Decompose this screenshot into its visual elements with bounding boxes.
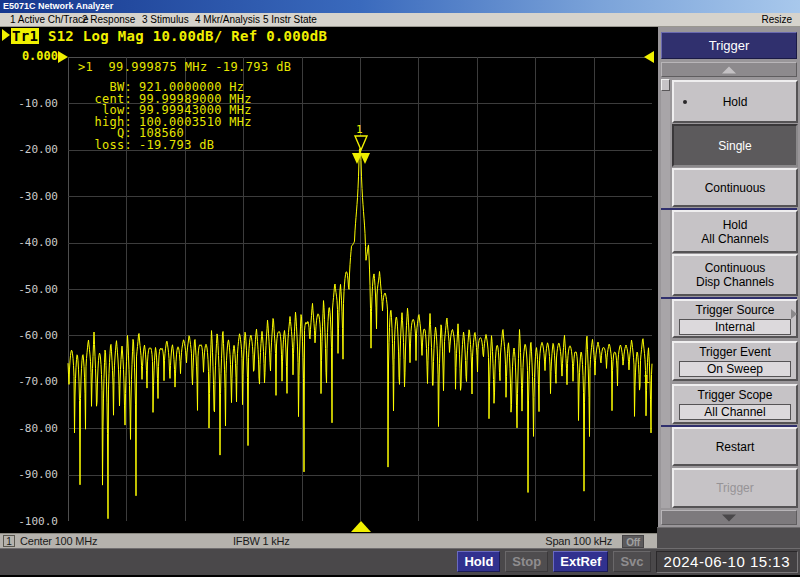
softkey-label: Single [674, 139, 796, 153]
softkey-scroll-down[interactable] [661, 510, 797, 525]
softkey-value: On Sweep [679, 361, 791, 377]
softkey-trigger-scope[interactable]: Trigger ScopeAll Channel [672, 384, 798, 424]
softkey-label: Continuous [674, 181, 796, 195]
softkey-menu-title: Trigger [661, 32, 797, 59]
span-label: Span 100 kHz [545, 535, 612, 548]
bw-row-value: -19.793 dB [139, 140, 214, 152]
bw-readout-row: loss:-19.793 dB [72, 140, 252, 152]
bw-row-label: loss: [72, 140, 132, 152]
indicator-stop: Stop [505, 551, 548, 572]
submenu-arrow-icon [791, 309, 797, 319]
softkey-scrollbar-thumb[interactable] [661, 79, 670, 91]
sweep-position-marker-icon[interactable] [351, 521, 371, 532]
softkey-label: Continuous [674, 261, 796, 275]
softkey-label: Restart [674, 440, 796, 454]
softkey-group-separator [661, 297, 797, 299]
indicator-hold: Hold [457, 551, 500, 572]
ifbw-label: IFBW 1 kHz [233, 535, 290, 548]
menu-item-3-stimulus[interactable]: 3 Stimulus [140, 14, 191, 26]
scroll-up-icon [722, 66, 736, 73]
softkey-sidebar: Trigger HoldSingleContinuousHoldAll Chan… [658, 27, 800, 548]
channel-status-bar: 1 Center 100 MHz IFBW 1 kHz Span 100 kHz… [0, 533, 657, 548]
off-badge: Off [622, 535, 644, 548]
menu-bar: Resize 1 Active Ch/Trace2 Response3 Stim… [0, 13, 800, 27]
radio-selected-icon [683, 100, 687, 104]
softkey-group-separator [661, 208, 797, 210]
softkey-restart[interactable]: Restart [672, 427, 798, 466]
softkey-label: Disp Channels [674, 275, 796, 289]
datetime-display: 2024-06-10 15:13 [656, 551, 798, 573]
s12-trace [68, 149, 652, 519]
softkey-hold-all-channels[interactable]: HoldAll Channels [672, 210, 798, 253]
softkey-trigger: Trigger [672, 468, 798, 508]
status-indicators: HoldStopExtRefSvc [457, 551, 650, 572]
sidebar-bottom-panel [657, 527, 800, 548]
ref-level-left-arrow-icon[interactable] [58, 51, 68, 63]
softkey-label: Hold [674, 218, 796, 232]
indicator-svc: Svc [613, 551, 650, 572]
marker1-number-label: 1 [356, 123, 363, 136]
softkey-single[interactable]: Single [672, 124, 798, 167]
softkey-label: Trigger Event [674, 345, 796, 359]
menu-item-5-instr-state[interactable]: 5 Instr State [261, 14, 319, 26]
softkey-continuous[interactable]: Continuous [672, 168, 798, 207]
softkey-value: Internal [679, 319, 791, 335]
channel-number-label: 1 [643, 373, 650, 386]
scroll-down-icon [722, 514, 736, 521]
softkey-label: Trigger Scope [674, 388, 796, 402]
ref-level-right-arrow-icon[interactable] [644, 51, 654, 63]
softkey-hold[interactable]: Hold [672, 80, 798, 123]
softkey-label: Trigger Source [674, 303, 796, 317]
softkey-label: Hold [674, 95, 796, 109]
instrument-status-bar: HoldStopExtRefSvc 2024-06-10 15:13 [0, 548, 800, 577]
center-frequency-label: Center 100 MHz [20, 535, 97, 548]
softkey-continuous-disp-channels[interactable]: ContinuousDisp Channels [672, 254, 798, 296]
menu-item-4-mkr-analysis[interactable]: 4 Mkr/Analysis [193, 14, 262, 26]
marker1-readout: >1 99.999875 MHz -19.793 dB [78, 60, 292, 74]
marker1-icon[interactable] [355, 136, 367, 150]
window-title: E5071C Network Analyzer [3, 1, 113, 11]
softkey-trigger-event[interactable]: Trigger EventOn Sweep [672, 341, 798, 381]
channel-indicator: 1 [3, 535, 15, 547]
softkey-scrollbar[interactable] [661, 79, 670, 508]
softkey-trigger-source[interactable]: Trigger SourceInternal [672, 299, 798, 338]
bandwidth-readout: BW:921.0000000 Hzcent:99.99989000 MHzlow… [72, 82, 252, 151]
menu-item-2-response[interactable]: 2 Response [80, 14, 137, 26]
softkey-value: All Channel [679, 404, 791, 420]
softkey-scroll-up[interactable] [661, 62, 797, 77]
menu-item-resize[interactable]: Resize [761, 14, 792, 26]
softkey-group-separator [661, 425, 797, 427]
softkey-label: All Channels [674, 232, 796, 246]
analyzer-screen: E5071C Network Analyzer Resize 1 Active … [0, 0, 800, 577]
menu-item-1-active-ch-trace[interactable]: 1 Active Ch/Trace [8, 14, 91, 26]
window-titlebar: E5071C Network Analyzer [0, 0, 800, 13]
indicator-extref: ExtRef [553, 551, 608, 572]
softkey-label: Trigger [674, 481, 796, 495]
plot-region: Tr1 S12 Log Mag 10.00dB/ Ref 0.000dB 0.0… [0, 27, 658, 533]
